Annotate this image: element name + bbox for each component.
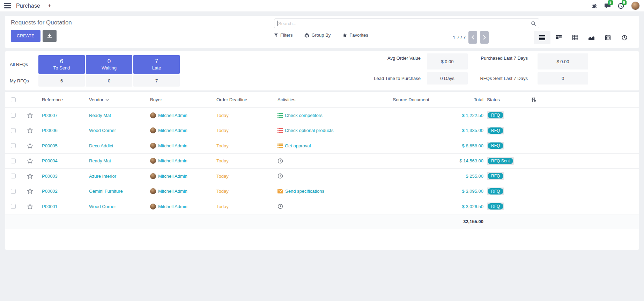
favorite-star-icon[interactable] xyxy=(27,143,33,149)
activity-list-icon[interactable] xyxy=(277,128,283,133)
user-avatar[interactable] xyxy=(631,1,640,10)
row-checkbox[interactable] xyxy=(11,174,16,178)
calendar-view-button[interactable] xyxy=(600,31,616,44)
pivot-view-button[interactable] xyxy=(567,31,583,44)
reference-link[interactable]: P00001 xyxy=(42,204,58,209)
favorite-star-icon[interactable] xyxy=(27,158,33,164)
reference-link[interactable]: P00003 xyxy=(42,174,58,179)
buyer-link[interactable]: Mitchell Admin xyxy=(158,174,187,179)
debug-bug-icon[interactable] xyxy=(591,3,597,9)
row-checkbox[interactable] xyxy=(11,128,16,133)
buyer-link[interactable]: Mitchell Admin xyxy=(158,189,187,194)
favorite-star-icon[interactable] xyxy=(27,188,33,194)
reference-link[interactable]: P00005 xyxy=(42,143,58,148)
favorite-star-icon[interactable] xyxy=(27,204,33,210)
reference-link[interactable]: P00002 xyxy=(42,189,58,194)
header-buyer[interactable]: Buyer xyxy=(150,97,216,102)
vendor-link[interactable]: Ready Mat xyxy=(89,113,111,118)
buyer-avatar xyxy=(150,127,156,133)
activity-clock-icon[interactable] xyxy=(277,204,283,209)
list-view-button[interactable] xyxy=(534,31,550,44)
buyer-link[interactable]: Mitchell Admin xyxy=(158,204,187,209)
header-vendor[interactable]: Vendor xyxy=(89,97,150,102)
app-name[interactable]: Purchase xyxy=(16,3,40,9)
stat-card-waiting[interactable]: 0 Waiting xyxy=(86,55,132,74)
my-waiting-cell[interactable]: 0 xyxy=(86,75,132,87)
purchased-last-7-days-label: Purchased Last 7 Days xyxy=(481,56,528,61)
header-order-deadline[interactable]: Order Deadline xyxy=(216,97,277,102)
kanban-view-icon xyxy=(556,35,562,40)
pager-next-button[interactable] xyxy=(480,31,489,44)
stat-card-to-send[interactable]: 6 To Send xyxy=(38,55,85,74)
buyer-link[interactable]: Mitchell Admin xyxy=(158,113,187,118)
header-activities[interactable]: Activities xyxy=(277,97,373,102)
export-button[interactable] xyxy=(43,30,57,42)
favorites-button[interactable]: Favorites xyxy=(342,32,368,38)
my-to-send-cell[interactable]: 6 xyxy=(38,75,85,87)
activity-view-button[interactable] xyxy=(616,31,632,44)
group-by-button[interactable]: Group By xyxy=(304,32,331,38)
table-row[interactable]: P00005 Deco Addict Mitchell Admin Today … xyxy=(5,138,639,154)
stat-card-late[interactable]: 7 Late xyxy=(133,55,180,74)
search-input[interactable] xyxy=(278,21,531,26)
header-status[interactable]: Status xyxy=(483,97,524,102)
table-row[interactable]: P00003 Azure Interior Mitchell Admin Tod… xyxy=(5,169,639,184)
vendor-link[interactable]: Azure Interior xyxy=(89,174,116,179)
order-deadline: Today xyxy=(216,158,229,163)
vendor-link[interactable]: Gemini Furniture xyxy=(89,189,123,194)
table-row[interactable]: P00004 Ready Mat Mitchell Admin Today $ … xyxy=(5,154,639,169)
total-amount: $ 1,222.50 xyxy=(462,113,483,118)
activities-icon[interactable]: 9 xyxy=(618,3,624,9)
activity-clock-icon[interactable] xyxy=(277,173,283,179)
activity-link[interactable]: Check optional products xyxy=(285,128,333,133)
header-reference[interactable]: Reference xyxy=(39,97,89,102)
favorite-star-icon[interactable] xyxy=(27,112,33,118)
table-header-row: Reference Vendor Buyer Order Deadline Ac… xyxy=(5,92,639,108)
grand-total: 32,155.00 xyxy=(463,219,483,224)
favorite-star-icon[interactable] xyxy=(27,127,33,133)
activity-link[interactable]: Get approval xyxy=(285,143,311,148)
activity-list-icon[interactable] xyxy=(277,113,283,118)
header-total[interactable]: Total xyxy=(449,97,483,102)
row-checkbox[interactable] xyxy=(11,204,16,209)
reference-link[interactable]: P00007 xyxy=(42,113,58,118)
vendor-link[interactable]: Deco Addict xyxy=(89,143,113,148)
activity-list-icon[interactable] xyxy=(277,144,283,148)
my-late-cell[interactable]: 7 xyxy=(133,75,180,87)
activity-clock-icon[interactable] xyxy=(277,158,283,164)
row-checkbox[interactable] xyxy=(11,189,16,194)
row-checkbox[interactable] xyxy=(11,159,16,163)
optional-columns-icon[interactable] xyxy=(531,97,536,102)
buyer-link[interactable]: Mitchell Admin xyxy=(158,128,187,133)
row-checkbox[interactable] xyxy=(11,113,16,118)
table-row[interactable]: P00001 Wood Corner Mitchell Admin Today … xyxy=(5,199,639,214)
kanban-view-button[interactable] xyxy=(550,31,567,44)
create-button[interactable]: CREATE xyxy=(11,30,40,42)
pager-previous-button[interactable] xyxy=(468,31,477,44)
buyer-link[interactable]: Mitchell Admin xyxy=(158,158,187,163)
vendor-link[interactable]: Ready Mat xyxy=(89,158,111,163)
search-bar[interactable] xyxy=(274,19,539,28)
activity-link[interactable]: Send specifications xyxy=(285,189,324,194)
header-source-document[interactable]: Source Document xyxy=(373,97,449,102)
new-tab-button[interactable]: + xyxy=(48,2,51,9)
reference-link[interactable]: P00004 xyxy=(42,158,58,163)
graph-view-button[interactable] xyxy=(583,31,600,44)
apps-menu-icon[interactable] xyxy=(4,3,11,8)
vendor-link[interactable]: Wood Corner xyxy=(89,204,116,209)
table-row[interactable]: P00006 Wood Corner Mitchell Admin Today … xyxy=(5,123,639,139)
buyer-link[interactable]: Mitchell Admin xyxy=(158,143,187,148)
select-all-checkbox[interactable] xyxy=(11,97,16,102)
filters-button[interactable]: Filters xyxy=(274,32,293,38)
calendar-view-icon xyxy=(605,35,610,40)
activity-envelope-icon[interactable] xyxy=(277,189,283,193)
reference-link[interactable]: P00006 xyxy=(42,128,58,133)
search-icon[interactable] xyxy=(531,21,536,26)
messages-icon[interactable]: 5 xyxy=(604,3,611,9)
row-checkbox[interactable] xyxy=(11,143,16,148)
favorite-star-icon[interactable] xyxy=(27,173,33,179)
vendor-link[interactable]: Wood Corner xyxy=(89,128,116,133)
table-row[interactable]: P00002 Gemini Furniture Mitchell Admin T… xyxy=(5,184,639,199)
activity-link[interactable]: Check competitors xyxy=(285,113,323,118)
table-row[interactable]: P00007 Ready Mat Mitchell Admin Today Ch… xyxy=(5,108,639,123)
